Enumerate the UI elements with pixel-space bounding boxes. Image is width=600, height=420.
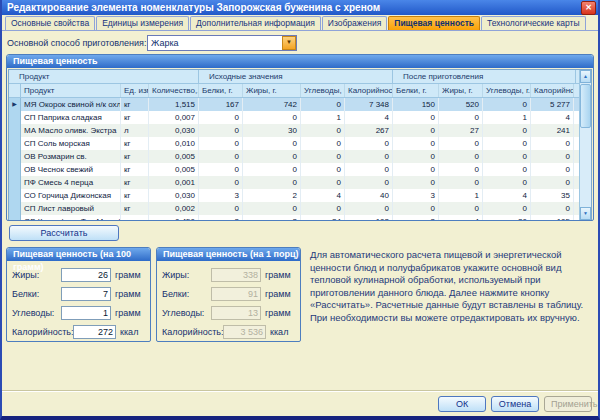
cell-value-1: 742 <box>243 98 301 111</box>
table-row[interactable]: СП Лист лавровыйкг0,00200000000 <box>9 202 579 215</box>
cell-value-1: 0 <box>243 163 301 176</box>
table-row[interactable]: ОВ Чеснок свежийкг0,00500000000 <box>9 163 579 176</box>
column-header-1[interactable]: Продукт <box>21 84 121 97</box>
tab-5[interactable]: Технологические карты <box>481 16 586 30</box>
nutrition-field-0: Жиры:338грамм <box>162 265 295 284</box>
cell-value-4: 0 <box>393 150 439 163</box>
column-header-6[interactable]: Углеводы, г. <box>301 84 345 97</box>
cell-unit: кг <box>121 202 149 215</box>
ok-button[interactable]: ОК <box>438 396 486 412</box>
cell-value-5: 27 <box>439 124 483 137</box>
scrollbar-track[interactable] <box>580 129 591 207</box>
footer-bar: ОК Отмена Применить <box>2 390 598 416</box>
window-title: Редактирование элемента номенклатуры Зап… <box>7 2 581 13</box>
cell-value-0: 167 <box>199 98 243 111</box>
field-label: Калорийность: <box>12 327 73 337</box>
cell-value-0: 0 <box>199 111 243 124</box>
cell-product: СП Паприка сладкая <box>21 111 121 124</box>
field-input[interactable]: 272 <box>73 325 116 339</box>
cell-quantity: 0,450 <box>149 215 199 220</box>
field-input: 91 <box>211 287 261 301</box>
cell-product: МА Масло оливк. Экстра <box>21 124 121 137</box>
title-bar: Редактирование элемента номенклатуры Зап… <box>2 0 598 15</box>
cell-value-6: 1 <box>483 111 531 124</box>
nutrition-field-3: Калорийность:3 536ккал <box>162 322 295 341</box>
field-unit: грамм <box>265 308 295 318</box>
column-header-8[interactable]: Белки, г. <box>393 84 439 97</box>
cooking-method-select[interactable]: Жарка ▼ <box>147 35 297 51</box>
table-row[interactable]: ▶МЯ Окорок свиной н/к охл.кг1,5151677420… <box>9 98 579 111</box>
column-header-7[interactable]: Калорийность... <box>345 84 393 97</box>
cell-value-2: 34 <box>301 215 345 220</box>
field-unit: ккал <box>120 327 145 337</box>
grid-body: ▶МЯ Окорок свиной н/к охл.кг1,5151677420… <box>9 98 579 220</box>
close-icon[interactable]: ✕ <box>581 1 596 15</box>
tab-3[interactable]: Изображения <box>322 16 387 30</box>
cell-value-1: 0 <box>243 111 301 124</box>
column-header-2[interactable]: Ед. изм. <box>121 84 149 97</box>
cell-value-2: 0 <box>301 163 345 176</box>
field-input: 3 536 <box>223 325 266 339</box>
cell-value-0: 0 <box>199 163 243 176</box>
cell-value-3: 0 <box>345 137 393 150</box>
tab-4[interactable]: Пищевая ценность <box>388 16 480 30</box>
cell-value-4: 150 <box>393 98 439 111</box>
row-indicator <box>9 124 21 137</box>
column-header-4[interactable]: Белки, г. <box>199 84 243 97</box>
cancel-button[interactable]: Отмена <box>491 396 539 412</box>
cell-value-1: 2 <box>243 189 301 202</box>
column-header-11[interactable]: Калорийнос... <box>531 84 574 97</box>
cell-value-7: 0 <box>531 137 574 150</box>
chevron-down-icon[interactable]: ▼ <box>282 36 296 50</box>
field-input[interactable]: 1 <box>61 306 111 320</box>
table-row[interactable]: МА Масло оливк. Экстрал0,030030026702702… <box>9 124 579 137</box>
table-row[interactable]: СП Соль морскаякг0,01000000000 <box>9 137 579 150</box>
cell-unit: л <box>121 124 149 137</box>
cell-value-5: 0 <box>439 150 483 163</box>
cell-value-3: 0 <box>345 163 393 176</box>
column-header-3[interactable]: Количество,... <box>149 84 199 97</box>
scroll-down-icon[interactable]: ▼ <box>580 207 591 220</box>
scroll-up-icon[interactable]: ▲ <box>580 70 591 83</box>
cell-value-6: 0 <box>483 202 531 215</box>
table-row[interactable]: ПФ Смесь 4 перцакг0,00100000000 <box>9 176 579 189</box>
cell-value-7: 241 <box>531 124 574 137</box>
table-row[interactable]: СО Горчица Дижонскаякг0,0303244031435 <box>9 189 579 202</box>
table-row[interactable]: ОВ Розмарин св.кг0,00500000000 <box>9 150 579 163</box>
field-input: 13 <box>211 306 261 320</box>
column-header-10[interactable]: Углеводы, г. <box>483 84 531 97</box>
bottom-panels: Пищевая ценность (на 100 грамм) Жиры:26г… <box>6 247 594 342</box>
column-header-9[interactable]: Жиры, г. <box>439 84 483 97</box>
cell-value-5: 0 <box>439 163 483 176</box>
cell-unit: кг <box>121 189 149 202</box>
column-header-5[interactable]: Жиры, г. <box>243 84 301 97</box>
calculate-button[interactable]: Рассчитать <box>9 225 119 241</box>
cell-value-2: 0 <box>301 202 345 215</box>
vertical-scrollbar[interactable]: ▲ ▼ <box>579 70 591 220</box>
field-input[interactable]: 7 <box>61 287 111 301</box>
row-indicator <box>9 176 21 189</box>
table-row[interactable]: СП Паприка сладкаякг0,00700140014 <box>9 111 579 124</box>
field-unit: ккал <box>270 327 295 337</box>
cell-value-3: 0 <box>345 176 393 189</box>
row-indicator <box>9 163 21 176</box>
cell-value-0: 0 <box>199 202 243 215</box>
tab-2[interactable]: Дополнительная информация <box>190 16 321 30</box>
cell-value-3: 267 <box>345 124 393 137</box>
cell-unit: кг <box>121 150 149 163</box>
nutrition-field-1: Белки:91грамм <box>162 284 295 303</box>
table-row[interactable]: ОВ Картофель Тси-Мак в/укг0,450223410234… <box>9 215 579 220</box>
field-input[interactable]: 26 <box>61 268 111 282</box>
cell-value-4: 0 <box>393 111 439 124</box>
scrollbar-thumb[interactable] <box>580 84 591 128</box>
cell-value-0: 0 <box>199 176 243 189</box>
row-indicator <box>9 215 21 220</box>
cell-value-2: 0 <box>301 98 345 111</box>
field-input: 338 <box>211 268 261 282</box>
column-header-0[interactable] <box>9 84 21 97</box>
cell-value-1: 30 <box>243 124 301 137</box>
portion-groupbox: Пищевая ценность (на 1 порц) Жиры:338гра… <box>156 247 301 342</box>
cell-product: ОВ Картофель Тси-Мак в/у <box>21 215 121 220</box>
tab-1[interactable]: Единицы измерения <box>96 16 189 30</box>
tab-0[interactable]: Основные свойства <box>5 16 95 30</box>
